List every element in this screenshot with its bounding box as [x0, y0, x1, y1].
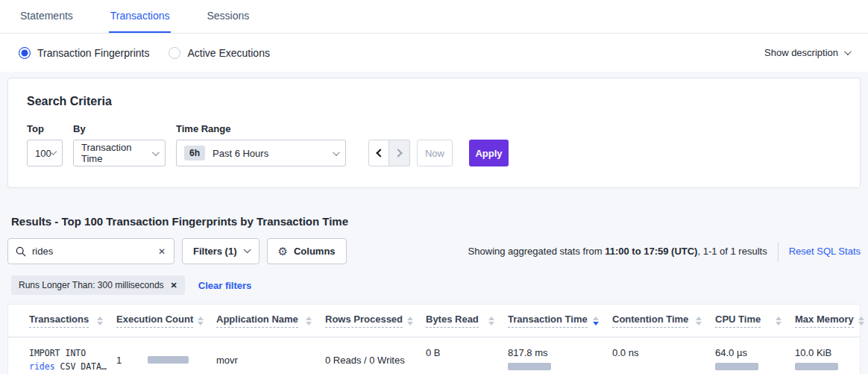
table-header-row: Transactions Execution Count Application…	[8, 305, 860, 337]
cell-cpu-time: 64.0 µs	[715, 337, 795, 374]
tab-transactions[interactable]: Transactions	[109, 0, 172, 33]
cell-max-memory: 10.0 KiB	[795, 337, 861, 374]
stats-suffix: , 1-1 of 1 results	[697, 246, 767, 257]
by-select-value: Transaction Time	[81, 142, 152, 164]
divider	[778, 242, 779, 261]
time-range-label: Time Range	[176, 123, 346, 134]
filter-chip: Runs Longer Than: 300 milliseconds ✕	[11, 275, 185, 295]
time-range-select[interactable]: 6h Past 6 Hours	[176, 140, 346, 166]
tab-sessions[interactable]: Sessions	[205, 0, 251, 33]
radio-label: Transaction Fingerprints	[37, 47, 149, 59]
cell-contention-time: 0.0 ns	[612, 337, 715, 374]
column-header-max-memory[interactable]: Max Memory	[795, 314, 861, 328]
sort-icon	[691, 317, 702, 325]
radio-label: Active Executions	[187, 47, 270, 59]
top-select[interactable]: 100	[27, 140, 63, 166]
show-description-label: Show description	[764, 47, 838, 58]
columns-label: Columns	[294, 246, 336, 257]
tab-statements[interactable]: Statements	[19, 0, 75, 33]
radio-active-executions[interactable]: Active Executions	[169, 47, 270, 59]
radio-transaction-fingerprints[interactable]: Transaction Fingerprints	[19, 47, 149, 59]
chevron-down-icon	[844, 48, 852, 55]
filters-label: Filters (1)	[193, 246, 237, 257]
search-input[interactable]	[32, 246, 157, 257]
sort-icon	[771, 317, 781, 325]
reset-sql-stats-link[interactable]: Reset SQL Stats	[789, 246, 861, 257]
sort-icon	[92, 317, 103, 325]
application-name-value: movr	[216, 355, 238, 366]
column-header-transaction-time[interactable]: Transaction Time	[508, 314, 612, 328]
column-header-application-name[interactable]: Application Name	[216, 314, 325, 328]
search-match-highlight: rides	[29, 361, 55, 372]
contention-time-value: 0.0 ns	[612, 347, 638, 358]
clear-search-icon[interactable]: ✕	[157, 246, 166, 257]
column-header-transactions[interactable]: Transactions	[29, 314, 116, 328]
chevron-down-icon	[333, 149, 340, 156]
sort-icon	[301, 317, 312, 325]
gear-icon: ⚙	[278, 245, 288, 258]
cell-rows-processed: 0 Reads / 0 Writes	[325, 337, 426, 374]
search-criteria-card: Search Criteria Top 100 By Transaction T…	[7, 78, 861, 188]
columns-button[interactable]: ⚙ Columns	[267, 238, 347, 264]
stats-range: 11:00 to 17:59 (UTC)	[605, 246, 697, 257]
cpu-time-bar	[715, 363, 758, 370]
sort-icon	[484, 317, 494, 325]
bytes-read-value: 0 B	[426, 347, 441, 358]
radio-unselected-icon	[169, 47, 180, 59]
time-window-nav	[368, 140, 410, 166]
cell-application-name: movr	[216, 337, 325, 374]
search-criteria-title: Search Criteria	[27, 95, 841, 108]
column-header-execution-count[interactable]: Execution Count	[116, 314, 216, 328]
active-filters-row: Runs Longer Than: 300 milliseconds ✕ Cle…	[11, 275, 861, 295]
chevron-left-icon	[376, 149, 384, 157]
chevron-down-icon	[152, 149, 160, 156]
top-label: Top	[27, 123, 63, 134]
sort-icon	[403, 317, 413, 325]
by-select[interactable]: Transaction Time	[73, 140, 166, 166]
apply-button[interactable]: Apply	[469, 140, 509, 166]
transaction-time-value: 817.8 ms	[508, 347, 547, 358]
sql-line-1: IMPORT INTO	[29, 346, 107, 360]
column-header-contention-time[interactable]: Contention Time	[612, 314, 715, 328]
cell-transaction-fingerprint[interactable]: IMPORT INTO rides CSV DATA…	[29, 337, 116, 374]
max-memory-value: 10.0 KiB	[795, 347, 831, 358]
previous-time-window-button[interactable]	[368, 140, 389, 166]
results-table: Transactions Execution Count Application…	[7, 304, 861, 374]
max-memory-bar	[795, 363, 838, 370]
execution-count-value: 1	[116, 355, 122, 366]
filters-button[interactable]: Filters (1)	[182, 238, 260, 264]
rows-processed-value: 0 Reads / 0 Writes	[325, 355, 405, 366]
cell-bytes-read: 0 B	[426, 337, 508, 374]
show-description-toggle[interactable]: Show description	[764, 47, 849, 58]
page-tabs: Statements Transactions Sessions	[0, 0, 868, 34]
column-header-rows-processed[interactable]: Rows Processed	[325, 314, 426, 328]
table-row: IMPORT INTO rides CSV DATA… 1 movr 0 Rea…	[8, 337, 860, 374]
results-toolbar: ✕ Filters (1) ⚙ Columns Showing aggregat…	[7, 238, 861, 264]
column-header-bytes-read[interactable]: Bytes Read	[426, 314, 508, 328]
now-button[interactable]: Now	[417, 140, 453, 166]
column-header-cpu-time[interactable]: CPU Time	[715, 314, 795, 328]
aggregated-stats-text: Showing aggregated stats from 11:00 to 1…	[468, 242, 861, 261]
cpu-time-value: 64.0 µs	[715, 347, 747, 358]
sort-icon-active-desc	[588, 317, 599, 325]
by-field: By Transaction Time	[73, 123, 166, 166]
cell-execution-count: 1	[116, 337, 216, 374]
top-field: Top 100	[27, 123, 63, 166]
execution-count-bar	[148, 356, 189, 364]
chevron-down-icon	[243, 246, 251, 253]
search-box: ✕	[7, 238, 174, 264]
search-icon	[16, 246, 26, 257]
view-toggle-row: Transaction Fingerprints Active Executio…	[0, 34, 868, 72]
radio-selected-icon	[19, 47, 31, 59]
sql-line-2: rides CSV DATA…	[29, 360, 107, 373]
clear-filters-link[interactable]: Clear filters	[198, 280, 252, 291]
top-select-value: 100	[35, 148, 51, 159]
by-label: By	[73, 123, 166, 134]
stats-prefix: Showing aggregated stats from	[468, 246, 606, 257]
next-time-window-button[interactable]	[389, 140, 410, 166]
chevron-down-icon	[51, 149, 57, 155]
remove-filter-icon[interactable]: ✕	[171, 281, 177, 290]
results-title: Results - Top 100 Transaction Fingerprin…	[11, 215, 861, 228]
time-range-badge: 6h	[184, 146, 205, 160]
chevron-right-icon	[394, 149, 402, 157]
